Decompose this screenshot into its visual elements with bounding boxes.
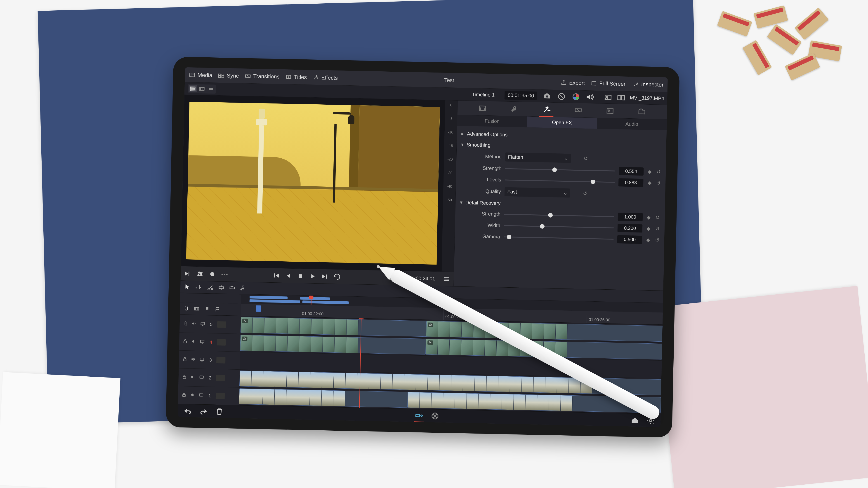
monitor-icon[interactable] (199, 357, 205, 363)
mute-icon[interactable] (190, 374, 196, 381)
reset-icon[interactable]: ↺ (654, 237, 660, 243)
flag-tool-icon[interactable] (214, 306, 221, 313)
quality-dropdown[interactable]: Fast ⌄ (504, 187, 570, 198)
track-dest[interactable] (216, 393, 225, 399)
mute-icon[interactable] (190, 392, 195, 398)
prev-frame-button[interactable] (284, 271, 292, 280)
mute-icon[interactable] (191, 356, 196, 363)
timeline-marker[interactable] (256, 305, 261, 312)
detail-width-slider[interactable] (504, 223, 614, 231)
titles-button[interactable]: Titles (285, 74, 307, 80)
inspector-button[interactable]: Inspector (632, 81, 663, 88)
transitions-button[interactable]: Transitions (245, 73, 280, 80)
detail-gamma-slider[interactable] (504, 234, 614, 242)
lock-icon[interactable] (182, 374, 187, 381)
color-page-button[interactable] (430, 411, 440, 420)
clip-view-a-icon[interactable] (603, 93, 613, 102)
marker-tool-icon[interactable] (204, 306, 211, 312)
strength-slider[interactable] (505, 166, 615, 174)
track-header-1[interactable]: 1 (178, 386, 239, 405)
keyframe-icon[interactable]: ◆ (646, 215, 651, 220)
camera-lock-icon[interactable] (542, 91, 552, 101)
first-frame-button[interactable] (272, 271, 280, 280)
clip-view-b-icon[interactable] (617, 93, 626, 102)
timeline-clip[interactable]: fx (241, 317, 426, 337)
track-header-2[interactable]: 2 (178, 368, 240, 387)
home-button[interactable] (629, 416, 640, 425)
lock-icon[interactable] (182, 356, 188, 363)
reset-icon[interactable]: ↺ (655, 226, 660, 232)
keyframe-icon[interactable]: ◆ (646, 237, 651, 243)
lock-icon[interactable] (183, 320, 188, 327)
play-button[interactable] (309, 272, 317, 281)
monitor-icon[interactable] (198, 392, 204, 399)
reset-icon[interactable]: ↺ (583, 156, 589, 162)
track-dest[interactable] (217, 339, 226, 346)
track-header-4[interactable]: 4 (179, 332, 241, 352)
insert-tool-icon[interactable] (217, 284, 225, 292)
audio-tab-icon[interactable] (508, 104, 521, 113)
detail-strength-slider[interactable] (504, 211, 614, 220)
minimap-playhead[interactable] (311, 296, 311, 305)
detail-gamma-value[interactable]: 0.500 (617, 235, 643, 244)
trim-tool-icon[interactable] (194, 283, 202, 291)
color-wheel-icon[interactable] (571, 92, 581, 101)
stop-button[interactable] (296, 272, 305, 280)
timeline-name[interactable]: Timeline 1 (472, 92, 495, 98)
view-thumb-icon[interactable] (207, 85, 215, 93)
sub-tab-audio[interactable]: Audio (597, 118, 667, 130)
options-icon[interactable] (220, 270, 229, 279)
detail-width-value[interactable]: 0.200 (618, 224, 643, 232)
cut-page-button[interactable] (414, 411, 425, 420)
mute-icon[interactable] (191, 338, 197, 345)
adjust-icon[interactable] (196, 270, 204, 278)
file-tab-icon[interactable] (636, 107, 649, 116)
lock-icon[interactable] (181, 392, 187, 398)
detail-strength-value[interactable]: 1.000 (618, 213, 643, 221)
monitor-icon[interactable] (199, 375, 204, 381)
track-dest[interactable] (217, 321, 226, 328)
view-mode-segment[interactable] (188, 84, 216, 94)
keyframe-icon[interactable]: ◆ (647, 169, 652, 175)
monitor-icon[interactable] (200, 321, 206, 327)
speaker-icon[interactable] (585, 92, 594, 101)
viewer[interactable] (181, 95, 445, 271)
next-frame-button[interactable] (321, 272, 329, 281)
mute-icon[interactable] (191, 321, 197, 327)
monitor-icon[interactable] (199, 339, 205, 345)
reset-icon[interactable]: ↺ (655, 180, 661, 186)
sync-button[interactable]: Sync (218, 72, 239, 79)
levels-value[interactable]: 0.883 (618, 178, 644, 187)
reset-icon[interactable]: ↺ (655, 215, 660, 220)
fullscreen-button[interactable]: Full Screen (591, 80, 627, 87)
track-lanes[interactable]: fxfxfxfx (239, 316, 662, 414)
music-tool-icon[interactable] (239, 284, 247, 292)
delete-button[interactable] (214, 407, 225, 416)
transition-tab-icon[interactable] (572, 105, 585, 115)
export-button[interactable]: Export (561, 79, 585, 86)
track-dest[interactable] (216, 375, 225, 381)
link-icon[interactable] (193, 305, 200, 312)
tools-icon[interactable] (184, 269, 192, 278)
method-dropdown[interactable]: Flatten ⌄ (505, 153, 571, 163)
keyframe-icon[interactable]: ◆ (646, 226, 651, 232)
keyframe-icon[interactable]: ◆ (647, 180, 652, 186)
reset-icon[interactable]: ↺ (582, 191, 588, 196)
strength-value[interactable]: 0.554 (619, 167, 644, 175)
view-list-icon[interactable] (188, 85, 197, 92)
record-icon[interactable] (208, 270, 217, 278)
levels-slider[interactable] (505, 177, 615, 186)
track-header-3[interactable]: 3 (179, 350, 240, 369)
sub-tab-open-fx[interactable]: Open FX (527, 117, 597, 129)
video-tab-icon[interactable] (476, 103, 489, 113)
effects-tab-icon[interactable] (540, 105, 553, 114)
media-button[interactable]: Media (189, 72, 212, 78)
loop-button[interactable] (333, 272, 341, 281)
snap-icon[interactable] (183, 305, 190, 312)
timeline-clip[interactable] (239, 388, 408, 408)
view-film-icon[interactable] (197, 85, 206, 93)
hamburger-icon[interactable] (442, 275, 451, 283)
timeline-clip[interactable]: fx (240, 335, 426, 355)
blade-tool-icon[interactable] (207, 284, 215, 291)
redo-button[interactable] (198, 406, 209, 416)
